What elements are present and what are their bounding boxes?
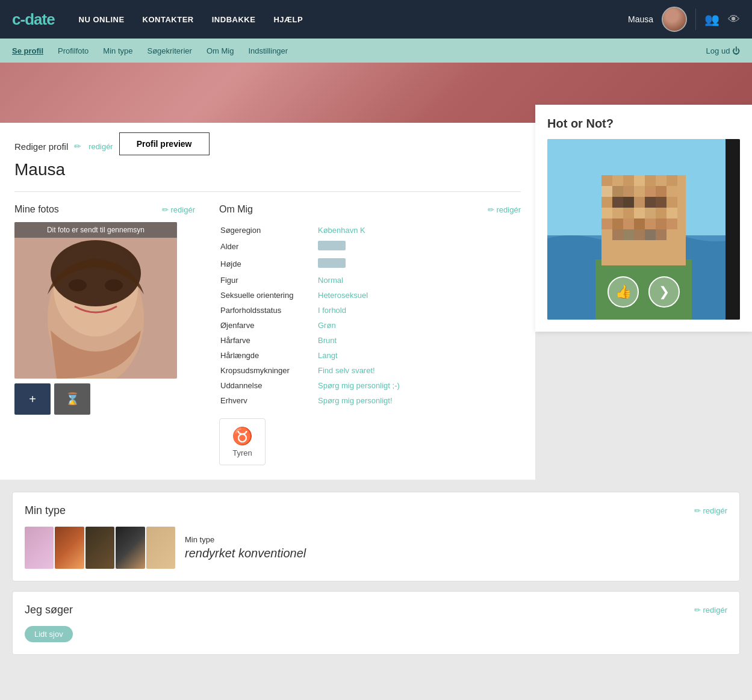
nav-link-online[interactable]: NU ONLINE [79,15,125,24]
profile-photo: Dit foto er sendt til gennemsyn [14,222,177,379]
top-nav: c-date NU ONLINE KONTAKTER INDBAKKE HJÆL… [0,0,752,39]
svg-rect-10 [601,175,612,186]
photos-edit-link[interactable]: ✏ redigér [162,205,195,214]
profile-edit-link[interactable]: redigér [89,142,113,151]
zodiac-box: ♉ Tyren [219,418,266,465]
min-type-content: Min type rendyrket konventionel [25,527,727,569]
subnav-indstillinger[interactable]: Indstillinger [248,46,288,55]
om-mig-edit-link[interactable]: ✏ redigér [488,205,521,214]
svg-rect-16 [667,175,677,186]
table-row: Hårfarve Brunt [220,333,520,347]
photos-section: Mine fotos ✏ redigér Dit foto er sendt t… [14,204,195,465]
svg-rect-27 [634,197,645,208]
field-label: Erhverv [220,394,317,407]
nav-link-kontakter[interactable]: KONTAKTER [143,15,194,24]
svg-rect-37 [667,208,677,218]
svg-rect-33 [623,208,634,218]
min-type-title: Min type [25,504,66,517]
logo[interactable]: c-date [12,10,55,29]
subnav-om-mig[interactable]: Om Mig [207,46,234,55]
hot-or-not-photo: 👍 ❯ [547,139,740,320]
svg-rect-17 [601,186,612,197]
subnav-profilfoto[interactable]: Profilfoto [58,46,89,55]
profile-table: Søgeregion København K Alder Højde Figur… [219,222,521,409]
field-value: Langt [318,348,520,362]
nav-divider [695,8,696,30]
min-type-image-4 [116,527,144,569]
svg-rect-18 [612,186,623,197]
om-mig-header: Om Mig ✏ redigér [219,204,521,215]
svg-rect-25 [612,197,623,208]
min-type-image-3 [85,527,114,569]
jeg-soger-tags: Lidt sjov [25,626,727,642]
svg-rect-22 [656,186,667,197]
subnav-soegekriterier[interactable]: Søgekriterier [147,46,191,55]
logout-link[interactable]: Log ud ⏻ [706,46,740,55]
add-photo-button[interactable]: + [14,383,51,415]
svg-rect-47 [634,229,645,240]
subnav-se-profil[interactable]: Se profil [12,46,43,55]
edit-header: Rediger profil ✏ redigér Profil preview [14,137,521,155]
field-label: Kropsudsmykninger [220,364,317,377]
svg-rect-41 [634,218,645,229]
hot-or-not-title: Hot or Not? [547,117,740,131]
field-value: Spørg mig personligt ;-) [318,379,520,392]
svg-rect-35 [645,208,656,218]
svg-rect-46 [623,229,634,240]
jeg-soger-tag[interactable]: Lidt sjov [25,626,73,642]
logo-prefix: c [12,10,20,28]
zodiac-symbol: ♉ [232,426,253,446]
sub-nav: Se profil Profilfoto Min type Søgekriter… [0,39,752,63]
field-value: Heteroseksuel [318,288,520,302]
nav-link-hjaelp[interactable]: HJÆLP [273,15,303,24]
nav-link-indbakke[interactable]: INDBAKKE [212,15,256,24]
field-value: København K [318,223,520,237]
profile-preview-button[interactable]: Profil preview [119,132,210,155]
profile-photo-svg [14,222,177,379]
subnav-min-type[interactable]: Min type [103,46,132,55]
svg-rect-19 [623,186,634,197]
table-row: Hårlængde Langt [220,348,520,362]
nav-links: NU ONLINE KONTAKTER INDBAKKE HJÆLP [79,15,628,24]
eye-icon[interactable]: 👁 [728,13,740,26]
photos-header: Mine fotos ✏ redigér [14,204,195,215]
svg-rect-39 [612,218,623,229]
jeg-soger-card: Jeg søger ✏ redigér Lidt sjov [12,591,740,655]
svg-rect-12 [623,175,634,186]
hot-or-not-panel: Hot or Not? [535,105,752,332]
jeg-soger-title: Jeg søger [25,604,73,616]
bottom-sections: Min type ✏ redigér Min type rendyrket ko… [0,480,752,677]
om-mig-section: Om Mig ✏ redigér Søgeregion København K … [219,204,521,465]
svg-rect-21 [645,186,656,197]
zodiac-name: Tyren [232,448,252,457]
svg-rect-26 [623,197,634,208]
avatar[interactable] [662,7,687,32]
svg-rect-13 [634,175,645,186]
field-value: I forhold [318,303,520,317]
field-value: Normal [318,273,520,287]
om-mig-title: Om Mig [219,204,253,215]
divider [14,191,521,192]
next-button[interactable]: ❯ [648,276,680,308]
table-row: Søgeregion København K [220,223,520,237]
table-row: Parforholdsstatus I forhold [220,303,520,317]
field-label: Parforholdsstatus [220,303,317,317]
people-icon[interactable]: 👥 [704,12,719,26]
photo-face [14,222,177,379]
like-button[interactable]: 👍 [608,276,639,308]
table-row: Uddannelse Spørg mig personligt ;-) [220,379,520,392]
svg-rect-23 [667,186,677,197]
field-value-blurred [318,238,520,255]
svg-rect-28 [645,197,656,208]
min-type-edit-link[interactable]: ✏ redigér [694,506,727,515]
nav-right: Mausa 👥 👁 [628,7,740,32]
two-col-layout: Mine fotos ✏ redigér Dit foto er sendt t… [14,204,521,465]
svg-rect-49 [656,229,667,240]
logo-dash: - [20,10,25,28]
svg-rect-15 [656,175,667,186]
pending-photo-button[interactable]: ⌛ [54,383,90,415]
field-label: Højde [220,256,317,272]
field-label: Uddannelse [220,379,317,392]
svg-rect-50 [726,139,740,320]
jeg-soger-edit-link[interactable]: ✏ redigér [694,606,727,615]
